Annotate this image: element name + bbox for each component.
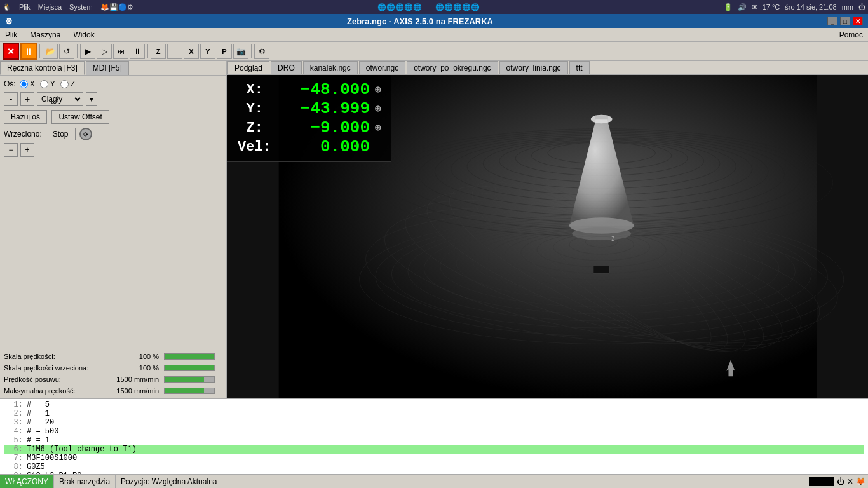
gcode-line-text: # = 20	[27, 418, 54, 427]
gcode-line-text: G0Z5	[27, 463, 45, 471]
touch-button[interactable]: ⊥	[167, 44, 182, 59]
estop-button[interactable]: ✕	[3, 43, 19, 60]
axis-y-radio[interactable]: Y	[40, 79, 55, 88]
open-file-button[interactable]: 📂	[43, 44, 58, 59]
gcode-line: 2:# = 1	[4, 409, 864, 418]
spindle-minus-button[interactable]: −	[4, 143, 18, 157]
dro-vel-row: Vel: 0.000	[238, 137, 381, 156]
dro-z-unit: ⊕	[375, 121, 381, 134]
run-from-button[interactable]: ▷	[97, 44, 112, 59]
svg-rect-43	[593, 266, 609, 274]
y-touch-button[interactable]: Y	[200, 44, 215, 59]
max-speed-bar	[164, 388, 215, 394]
jog-plus-button[interactable]: +	[20, 92, 34, 106]
gcode-line-text: G10 L2 P1 R0	[27, 471, 81, 474]
axis-z-input[interactable]	[60, 80, 69, 88]
battery-icon: 🔋	[724, 3, 733, 11]
gcode-line-num: 1:	[4, 400, 23, 409]
programy-menu[interactable]: Plik	[19, 3, 31, 11]
run-button[interactable]: ▶	[80, 44, 95, 59]
dro-vel-label: Vel:	[238, 139, 263, 155]
x-touch-button[interactable]: X	[184, 44, 199, 59]
miejsca-menu[interactable]: Miejsca	[38, 3, 62, 11]
bottom-status-right: ⏻ ✕ 🦊	[806, 477, 868, 486]
pause2-button[interactable]: ⏸	[130, 44, 145, 59]
units: mm	[842, 3, 853, 11]
dro-x-row: X: −48.000 ⊕	[238, 80, 381, 99]
dro-x-label: X:	[238, 82, 263, 98]
action-buttons-row: Bazuj oś Ustaw Offset	[4, 110, 222, 124]
gcode-line: 8:G0Z5	[4, 463, 864, 471]
max-speed-row: Maksymalna prędkość: 1500 mm/min	[4, 385, 222, 396]
jog-controls-row: - + Ciągły Krokowy ▼	[4, 92, 222, 106]
menu-plik[interactable]: Plik	[3, 29, 20, 41]
gcode-line-text: # = 500	[27, 427, 58, 436]
axis-x-input[interactable]	[20, 80, 28, 88]
z-axis-label: Z	[611, 236, 614, 242]
menu-maszyna[interactable]: Maszyna	[27, 29, 63, 41]
tab-ttt[interactable]: ttt	[569, 61, 590, 74]
system-menu[interactable]: System	[69, 3, 93, 11]
ustaw-offset-button[interactable]: Ustaw Offset	[51, 110, 109, 124]
taskbar-icons2: 🌐🌐🌐🌐🌐	[435, 3, 480, 11]
tab-reczna-kontrola[interactable]: Ręczna kontrola [F3]	[0, 61, 85, 75]
gcode-line-text: # = 5	[27, 400, 50, 409]
spindle-scale-value: 100 %	[108, 364, 159, 372]
axis-label: Oś:	[4, 79, 16, 88]
3d-view[interactable]: X: −48.000 ⊕ Y: −43.999 ⊕ Z: −9.000 ⊕ Ve…	[227, 75, 868, 398]
dro-y-row: Y: −43.999 ⊕	[238, 99, 381, 118]
spindle-plus-button[interactable]: +	[20, 143, 34, 157]
gcode-line-text: # = 1	[27, 436, 50, 445]
left-panel-tabs: Ręczna kontrola [F3] MDI [F5]	[0, 61, 226, 76]
gcode-panel[interactable]: 1:# = 52:# = 13:# = 204:# = 5005:# = 16:…	[0, 398, 868, 474]
gcode-line-num: 4:	[4, 427, 23, 436]
axis-x-radio[interactable]: X	[20, 79, 35, 88]
feed-rate-fill	[165, 377, 204, 382]
axis-y-input[interactable]	[40, 80, 48, 88]
max-speed-fill	[165, 388, 204, 393]
gcode-line-num: 9:	[4, 471, 23, 474]
tab-otwory-po-okregu[interactable]: otwory_po_okregu.ngc	[407, 61, 498, 74]
menu-pomoc[interactable]: Pomoc	[837, 29, 865, 41]
dro-y-unit: ⊕	[375, 102, 381, 115]
system-bar-left: 🐧 Plik Miejsca System 🦊💾🔵⚙	[3, 3, 133, 11]
step-button[interactable]: ⏭	[113, 44, 128, 59]
tab-otwory-linia[interactable]: otwory_linia.ngc	[499, 61, 568, 74]
tab-kanalek[interactable]: kanalek.ngc	[303, 61, 358, 74]
minimize-button[interactable]: _	[827, 17, 837, 25]
z-touch-button[interactable]: Z	[151, 44, 166, 59]
spindle-scale-label: Skala prędkości wrzeciona:	[4, 364, 105, 372]
close-button[interactable]: ✕	[853, 17, 863, 25]
maximize-button[interactable]: □	[840, 17, 850, 25]
toolbar-sep-4	[251, 44, 252, 58]
tab-otwor[interactable]: otwor.ngc	[359, 61, 405, 74]
p-touch-button[interactable]: P	[217, 44, 232, 59]
dro-x-value: −48.000	[268, 80, 370, 99]
tab-podglad[interactable]: Podgląd	[227, 61, 269, 74]
dro-x-unit: ⊕	[375, 83, 381, 96]
jog-minus-button[interactable]: -	[4, 92, 18, 106]
pause-button[interactable]: ⏸	[20, 43, 37, 60]
spindle-speed-controls: − +	[4, 143, 222, 157]
speed-scale-value: 100 %	[108, 353, 159, 360]
menu-widok[interactable]: Widok	[71, 29, 97, 41]
bottom-firefox-icon: 🦊	[856, 477, 865, 486]
settings-button[interactable]: ⚙	[254, 44, 269, 59]
tab-mdi[interactable]: MDI [F5]	[86, 61, 129, 75]
axis-radio-group: X Y Z	[20, 79, 75, 88]
camera-button[interactable]: 📷	[233, 44, 248, 59]
toolbar-sep-1	[39, 44, 40, 58]
speed-scale-fill	[165, 354, 214, 359]
axis-z-radio[interactable]: Z	[60, 79, 75, 88]
jog-dropdown-button[interactable]: ▼	[86, 92, 97, 106]
right-panel: Podgląd DRO kanalek.ngc otwor.ngc otwory…	[227, 61, 868, 398]
speed-scale-bar	[164, 353, 215, 360]
reload-button[interactable]: ↺	[59, 44, 74, 59]
bazuj-os-button[interactable]: Bazuj oś	[4, 110, 47, 124]
jog-mode-select[interactable]: Ciągły Krokowy	[37, 92, 83, 106]
status-bars: Skala prędkości: 100 % Skala prędkości w…	[0, 349, 226, 398]
wrzeciono-row: Wrzeciono: Stop ⟳	[4, 128, 222, 140]
bottom-x-icon: ✕	[847, 477, 853, 486]
spindle-stop-button[interactable]: Stop	[46, 128, 76, 140]
tab-dro[interactable]: DRO	[271, 61, 302, 74]
